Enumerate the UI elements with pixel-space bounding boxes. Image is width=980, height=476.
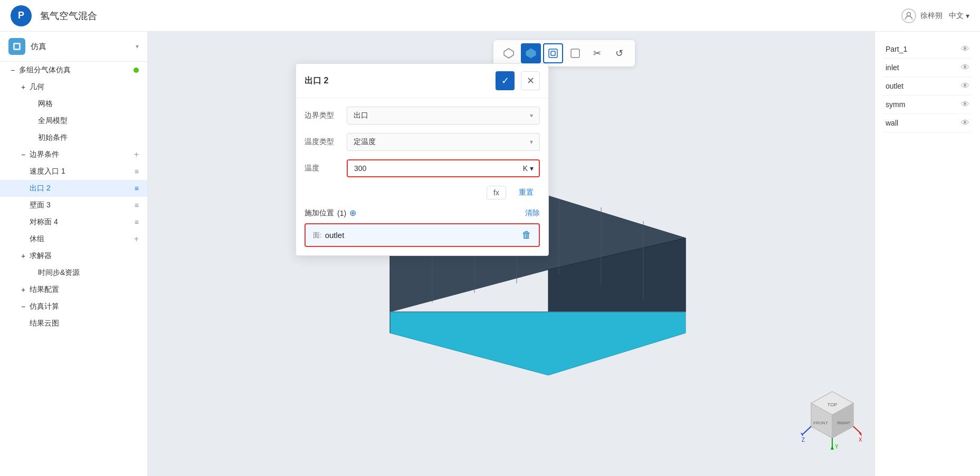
add-body-btn[interactable]: +	[134, 234, 139, 244]
user-name: 徐梓朔	[920, 11, 943, 21]
boundary-panel: 出口 2 ✓ ✕ 边界类型 出口 ▾	[296, 63, 549, 256]
svg-text:Y: Y	[835, 444, 839, 450]
location-title: 施加位置	[305, 208, 334, 218]
logo-text: P	[18, 10, 24, 21]
panel-close-button[interactable]: ✕	[521, 71, 540, 90]
expand-icon: +	[19, 252, 27, 260]
language-selector[interactable]: 中文 ▾	[949, 11, 969, 21]
tree-item[interactable]: 壁面 3 ≡	[0, 197, 147, 214]
tree-item[interactable]: − 边界条件 +	[0, 146, 147, 163]
boundary-type-row: 边界类型 出口 ▾	[305, 107, 540, 125]
menu-icon[interactable]: ≡	[135, 201, 139, 210]
tree-item[interactable]: 对称面 4 ≡	[0, 214, 147, 231]
right-panel-item: outlet 👁	[883, 77, 972, 96]
svg-line-27	[803, 426, 811, 434]
panel-confirm-button[interactable]: ✓	[496, 71, 515, 90]
tree-item[interactable]: 初始条件	[0, 129, 147, 146]
clear-location-button[interactable]: 清除	[525, 208, 540, 218]
svg-rect-5	[571, 49, 579, 58]
visibility-toggle[interactable]: 👁	[961, 100, 969, 109]
tree-item[interactable]: − 仿真计算	[0, 298, 147, 315]
tree-item[interactable]: 速度入口 1 ≡	[0, 163, 147, 180]
viewport[interactable]: 出口 2 ✓ ✕ 边界类型 出口 ▾	[148, 32, 874, 476]
right-panel-item: inlet 👁	[883, 59, 972, 77]
item-label: 壁面 3	[30, 201, 135, 210]
tree-item[interactable]: + 几何	[0, 79, 147, 96]
boundary-type-select[interactable]: 出口 ▾	[347, 107, 540, 125]
form-actions: fx 重置	[305, 186, 540, 199]
menu-icon[interactable]: ≡	[135, 167, 139, 176]
temp-field: K ▾	[347, 159, 540, 177]
solid-view-button[interactable]	[521, 43, 541, 63]
menu-icon[interactable]: ≡	[135, 184, 139, 193]
item-label: 边界条件	[30, 150, 134, 159]
right-panel-item: Part_1 👁	[883, 40, 972, 59]
transparent-view-button[interactable]	[543, 43, 563, 63]
axis-cube: TOP FRONT RIGHT Y Z X	[801, 386, 864, 455]
app-title: 氢气空气混合	[40, 9, 97, 22]
sidebar: 仿真 ▾ − 多组分气体仿真 + 几何 网格 全局模型 初始条件 − 边界条件	[0, 32, 148, 476]
boundary-type-arrow-icon: ▾	[530, 112, 533, 119]
sidebar-module-icon	[8, 38, 25, 55]
tree-item-outlet2[interactable]: 出口 2 ≡	[0, 180, 147, 197]
header-right: 徐梓朔 中文 ▾	[901, 8, 969, 23]
header: P 氢气空气混合 徐梓朔 中文 ▾	[0, 0, 980, 32]
visibility-toggle[interactable]: 👁	[961, 81, 969, 91]
tree-item[interactable]: 全局模型	[0, 112, 147, 129]
menu-icon[interactable]: ≡	[135, 218, 139, 226]
temp-unit-label: K	[523, 164, 528, 173]
expand-icon: −	[19, 150, 27, 159]
right-panel-item: symm 👁	[883, 96, 972, 114]
spacer	[27, 100, 36, 108]
tree-item[interactable]: 网格	[0, 96, 147, 112]
sidebar-arrow-icon[interactable]: ▾	[136, 43, 139, 50]
sidebar-title: 仿真	[31, 42, 130, 52]
tree-item[interactable]: 结果云图	[0, 315, 147, 332]
svg-marker-25	[831, 445, 834, 450]
fx-button[interactable]: fx	[487, 186, 506, 199]
viewport-toolbar: ✂ ↺	[493, 40, 635, 66]
expand-icon: +	[19, 83, 27, 91]
location-face-label: 面:	[313, 231, 322, 240]
svg-marker-28	[801, 433, 803, 436]
svg-text:TOP: TOP	[827, 402, 837, 407]
visibility-toggle[interactable]: 👁	[961, 63, 969, 72]
temp-unit-selector[interactable]: K ▾	[518, 164, 539, 173]
logo: P	[11, 5, 32, 26]
tree-item[interactable]: − 多组分气体仿真	[0, 62, 147, 79]
item-label: 速度入口 1	[30, 167, 135, 176]
edges-view-button[interactable]	[565, 43, 585, 63]
tree-item[interactable]: + 结果配置	[0, 281, 147, 298]
reset-view-button[interactable]: ↺	[610, 43, 630, 63]
right-item-name: wall	[886, 119, 961, 127]
svg-line-30	[853, 426, 861, 434]
item-label: 时间步&资源	[38, 268, 139, 278]
location-name: outlet	[325, 231, 522, 240]
add-location-button[interactable]: ⊕	[349, 208, 356, 218]
visibility-toggle[interactable]: 👁	[961, 118, 969, 128]
item-label: 仿真计算	[30, 302, 139, 311]
expand-icon: −	[8, 66, 17, 74]
user-info: 徐梓朔	[901, 8, 943, 23]
panel-body: 边界类型 出口 ▾ 温度类型 定温度	[296, 98, 548, 255]
temp-label: 温度	[305, 164, 347, 173]
reset-button[interactable]: 重置	[512, 186, 540, 199]
lang-label: 中文	[949, 11, 964, 21]
scissors-tool-button[interactable]: ✂	[587, 43, 607, 63]
boundary-type-value: 出口	[354, 111, 368, 120]
svg-text:RIGHT: RIGHT	[838, 421, 851, 425]
delete-location-button[interactable]: 🗑	[522, 230, 531, 241]
tree-item[interactable]: 休组 +	[0, 231, 147, 247]
wireframe-view-button[interactable]	[499, 43, 519, 63]
visibility-toggle[interactable]: 👁	[961, 44, 969, 54]
spacer	[27, 269, 36, 277]
location-count: (1)	[337, 209, 346, 217]
temp-type-select[interactable]: 定温度 ▾	[347, 133, 540, 151]
lang-chevron-icon: ▾	[966, 12, 969, 20]
add-boundary-btn[interactable]: +	[134, 150, 139, 159]
svg-marker-8	[390, 312, 686, 375]
temperature-input[interactable]	[348, 160, 518, 176]
tree-item[interactable]: 时间步&资源	[0, 264, 147, 281]
tree-item[interactable]: + 求解器	[0, 247, 147, 264]
item-label: 几何	[30, 82, 139, 92]
